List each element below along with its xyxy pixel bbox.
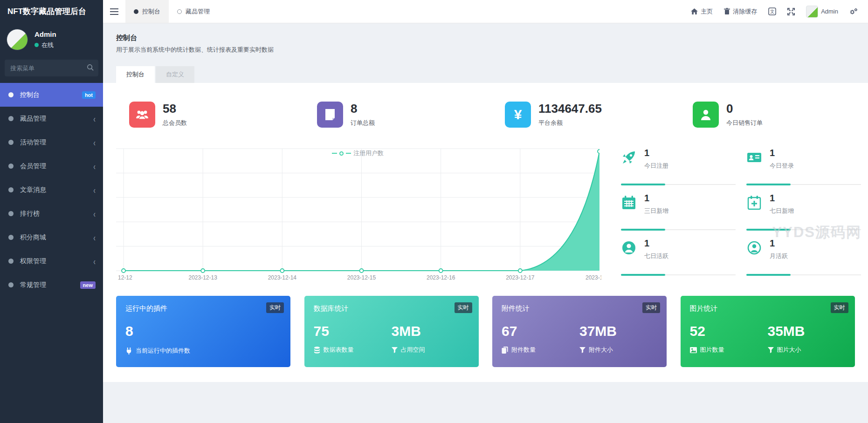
- bullet-icon: [8, 116, 14, 121]
- x-axis-label: 2023-12-16: [425, 274, 457, 281]
- sidebar-item-members[interactable]: 会员管理 ‹: [0, 154, 103, 178]
- user-menu[interactable]: Admin: [806, 6, 838, 18]
- sidebar-item-articles[interactable]: 文章消息 ‹: [0, 178, 103, 202]
- card-footer-label: 图片大小: [777, 346, 801, 354]
- bullet-icon: [8, 92, 14, 97]
- order-icon: [317, 102, 343, 128]
- tab-custom[interactable]: 自定义: [156, 66, 194, 83]
- stat-value: 8: [351, 102, 375, 116]
- realtime-badge: 实时: [831, 302, 848, 313]
- stat-value: 58: [163, 102, 187, 116]
- clear-cache-button[interactable]: 清除缓存: [724, 7, 757, 16]
- card-value: 35MB: [768, 323, 846, 339]
- app-root: NFT数字藏品管理后台 Admin 在线 控制台 hot: [0, 0, 868, 423]
- card-footer-label: 图片数量: [700, 346, 724, 354]
- realtime-badge: 实时: [642, 302, 660, 313]
- card-footer-label: 占用空间: [401, 346, 425, 354]
- card-value: 67: [502, 323, 579, 339]
- filter-icon: [579, 347, 586, 353]
- database-card: 数据库统计 实时 75 数据表数量 3MB 占用空间: [304, 296, 479, 367]
- tab-console[interactable]: 控制台: [116, 66, 155, 83]
- x-axis-label: 2023-12-15: [346, 274, 378, 281]
- user-icon: [693, 102, 719, 128]
- sidebar-item-activities[interactable]: 活动管理 ‹: [0, 130, 103, 154]
- mini-value: 1: [644, 148, 649, 158]
- accent-underline: [746, 184, 861, 185]
- stat-total-members: 58 总会员数: [129, 102, 187, 128]
- users-icon: [129, 102, 155, 128]
- mini-value: 1: [770, 148, 775, 158]
- hot-badge: hot: [82, 91, 96, 99]
- card-value: 75: [314, 323, 392, 339]
- mini-value: 1: [770, 238, 775, 249]
- mini-stat-three-day-new: 1 三日新增: [621, 193, 736, 230]
- home-icon: [691, 8, 698, 15]
- fullscreen-icon: [787, 8, 795, 15]
- realtime-badge: 实时: [266, 302, 284, 313]
- chevron-left-icon: ‹: [93, 208, 96, 218]
- user-profile[interactable]: Admin 在线: [0, 23, 103, 57]
- registrations-chart: 注册用户数 12-122023-12-132023-12-142023-12-1…: [116, 147, 599, 283]
- x-axis-label: 12-12: [118, 274, 132, 281]
- plug-icon: [125, 348, 132, 355]
- sidebar-item-ranking[interactable]: 排行榜 ‹: [0, 202, 103, 225]
- mini-value: 1: [644, 238, 649, 249]
- attachments-card: 附件统计 实时 67 附件数量 37MB 附件大小: [492, 296, 667, 367]
- card-title: 数据库统计: [314, 304, 469, 313]
- sidebar-item-permissions[interactable]: 权限管理 ‹: [0, 249, 103, 273]
- trash-icon: [724, 8, 730, 15]
- stat-value: 1134647.65: [538, 102, 602, 116]
- page-subtitle: 用于展示当前系统中的统计数据、统计报表及重要实时数据: [116, 46, 274, 54]
- sidebar-item-console[interactable]: 控制台 hot: [0, 83, 103, 107]
- accent-underline: [621, 229, 736, 230]
- accent-underline: [746, 229, 861, 230]
- card-title: 附件统计: [502, 304, 657, 313]
- content-header: 控制台 用于展示当前系统中的统计数据、统计报表及重要实时数据 控制台 自定义: [103, 23, 868, 83]
- fullscreen-button[interactable]: [787, 8, 795, 15]
- bullet-icon: [8, 282, 14, 287]
- chevron-left-icon: ‹: [93, 137, 96, 147]
- filter-icon: [392, 347, 398, 353]
- calendar-icon: [621, 195, 638, 212]
- mini-value: 1: [644, 193, 649, 204]
- new-badge: new: [80, 281, 96, 289]
- stat-label: 总会员数: [163, 119, 187, 127]
- language-button[interactable]: 文: [768, 7, 776, 15]
- language-icon: 文: [768, 7, 776, 15]
- sidebar-item-points-mall[interactable]: 积分商城 ‹: [0, 225, 103, 249]
- app-title: NFT数字藏品管理后台: [0, 0, 103, 23]
- image-icon: [690, 347, 697, 353]
- chevron-left-icon: ‹: [93, 113, 96, 123]
- settings-button[interactable]: [849, 8, 858, 15]
- card-footer-label: 附件大小: [589, 346, 613, 354]
- calendar-plus-icon: [746, 195, 763, 212]
- home-button[interactable]: 主页: [691, 7, 713, 16]
- yen-icon: ¥: [505, 102, 531, 128]
- card-value: 52: [690, 323, 768, 339]
- mini-label: 三日新增: [644, 207, 668, 215]
- rocket-icon: [621, 150, 638, 166]
- mini-stat-monthly-active: 1 月活跃: [746, 238, 861, 275]
- menu-search-input[interactable]: [5, 60, 98, 76]
- svg-text:文: 文: [770, 9, 775, 14]
- accent-underline: [621, 274, 736, 275]
- sidebar-item-collections[interactable]: 藏品管理 ‹: [0, 107, 103, 130]
- card-value: 37MB: [579, 323, 657, 339]
- online-dot-icon: [34, 43, 39, 47]
- card-footer-label: 当前运行中的插件数: [136, 347, 190, 355]
- gears-icon: [849, 8, 858, 15]
- mini-label: 今日注册: [644, 162, 668, 170]
- realtime-badge: 实时: [455, 302, 472, 313]
- avatar: [806, 6, 818, 18]
- card-title: 运行中的插件: [125, 304, 281, 313]
- sidebar: NFT数字藏品管理后台 Admin 在线 控制台 hot: [0, 0, 103, 423]
- menu-toggle-button[interactable]: [103, 0, 125, 23]
- topbar-tab-collections[interactable]: 藏品管理: [169, 0, 218, 23]
- bullet-icon: [8, 164, 14, 169]
- x-axis-label: 2023-12-14: [266, 274, 298, 281]
- tab-dot-icon: [177, 9, 182, 14]
- sidebar-item-general[interactable]: 常规管理 new: [0, 273, 103, 297]
- card-value: 8: [125, 323, 281, 339]
- avatar[interactable]: [7, 29, 28, 50]
- topbar-tab-console[interactable]: 控制台: [125, 0, 169, 23]
